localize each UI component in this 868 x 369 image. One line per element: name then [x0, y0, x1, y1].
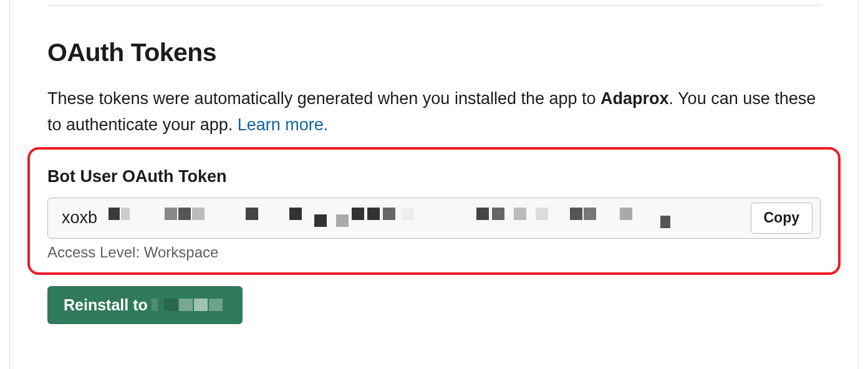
divider: [47, 5, 821, 6]
token-label: Bot User OAuth Token: [47, 167, 821, 186]
token-redacted: [102, 206, 750, 231]
learn-more-link[interactable]: Learn more.: [238, 115, 329, 134]
token-field[interactable]: xoxb: [47, 198, 821, 239]
token-highlight-box: Bot User OAuth Token xoxb: [27, 147, 841, 275]
reinstall-label-prefix: Reinstall to: [64, 296, 148, 314]
description-text-before: These tokens were automatically generate…: [47, 89, 600, 108]
token-value-prefix: xoxb: [62, 208, 97, 228]
content-frame: OAuth Tokens These tokens were automatic…: [9, 0, 859, 369]
copy-button[interactable]: Copy: [751, 203, 813, 234]
workspace-name: Adaprox: [600, 89, 669, 108]
reinstall-button[interactable]: Reinstall to: [47, 286, 243, 324]
reinstall-workspace-redacted: [152, 297, 226, 312]
section-title: OAuth Tokens: [47, 38, 821, 67]
access-level: Access Level: Workspace: [47, 244, 821, 261]
section-description: These tokens were automatically generate…: [47, 86, 821, 138]
